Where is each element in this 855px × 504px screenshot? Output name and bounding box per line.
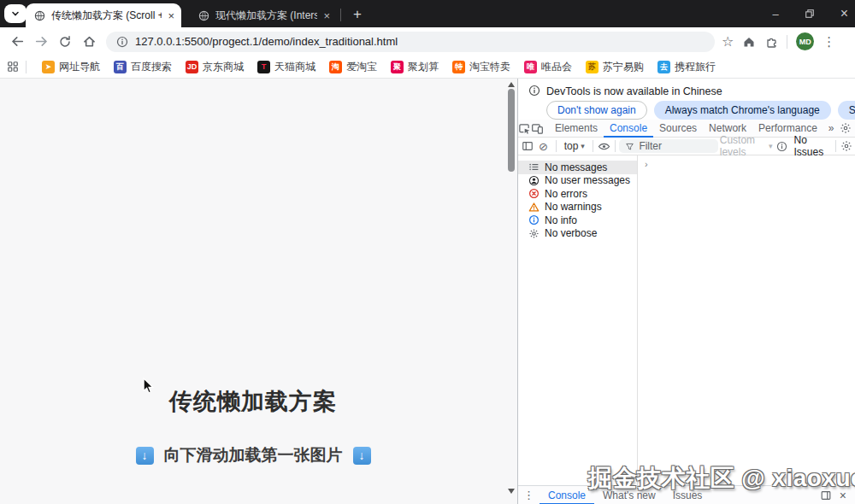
switch-language-button[interactable]: Switch DevTools to Chinese: [838, 101, 855, 120]
tab-elements[interactable]: Elements: [549, 120, 604, 138]
page-scrollbar[interactable]: [506, 79, 516, 504]
issues-counter[interactable]: No Issues: [791, 134, 832, 158]
tab-close-icon[interactable]: ×: [168, 10, 174, 21]
profile-avatar[interactable]: MD: [796, 32, 814, 50]
toolbar-divider: [787, 35, 787, 49]
eye-icon[interactable]: [598, 140, 610, 153]
sidebar-item-all-messages[interactable]: No messages: [518, 161, 637, 174]
sidebar-item-info[interactable]: No info: [518, 214, 637, 227]
extensions-icon[interactable]: [764, 35, 778, 49]
restore-button[interactable]: [805, 9, 815, 19]
tab-console[interactable]: Console: [604, 120, 653, 138]
user-icon: [528, 175, 540, 186]
apps-grid-icon[interactable]: [7, 61, 19, 73]
bookmark-suning[interactable]: 苏 苏宁易购: [579, 57, 651, 76]
caret-down-icon: ▾: [581, 142, 585, 150]
toolbar-divider: [556, 140, 557, 152]
bookmark-baidu[interactable]: 百 百度搜索: [107, 57, 179, 76]
devtools-tabbar-right: ⋮ ×: [840, 121, 855, 135]
bookmark-label: 聚划算: [408, 60, 439, 74]
tab-search-button[interactable]: [4, 4, 27, 23]
close-window-button[interactable]: ×: [840, 6, 848, 21]
bookmark-aitaobao[interactable]: 淘 爱淘宝: [322, 57, 384, 76]
page-subtitle-text: 向下滑动加载第一张图片: [164, 444, 343, 466]
dont-show-again-button[interactable]: Don't show again: [546, 101, 647, 120]
inspect-element-button[interactable]: [518, 120, 531, 137]
reload-button[interactable]: [53, 30, 77, 54]
url-text[interactable]: 127.0.0.1:5500/progect.1/demo/index_trad…: [135, 35, 398, 48]
console-settings-gear-icon[interactable]: [840, 140, 852, 152]
down-arrow-emoji: ↓: [353, 447, 371, 465]
clear-console-icon[interactable]: ⊘: [535, 140, 551, 153]
bookmark-jd[interactable]: JD 京东商城: [179, 57, 251, 76]
device-toolbar-icon: [531, 122, 544, 135]
tab-title: 现代懒加载方案 (IntersectionO: [215, 9, 317, 23]
sidebar-item-user-messages[interactable]: No user messages: [518, 174, 637, 188]
console-toolbar: ⊘ top ▾ Filter Custom levels ▾ No Issues: [518, 138, 855, 155]
globe-favicon: [34, 10, 45, 21]
bookmark-ctrip[interactable]: 去 携程旅行: [651, 57, 722, 76]
sidebar-item-verbose[interactable]: No verbose: [518, 227, 637, 241]
tab-modern-lazyload[interactable]: 现代懒加载方案 (IntersectionO ×: [190, 3, 337, 27]
reload-icon: [58, 35, 72, 49]
tab-close-icon[interactable]: ×: [323, 10, 330, 21]
infobar-buttons: Don't show again Always match Chrome's l…: [546, 101, 855, 120]
bookmark-label: 爱淘宝: [346, 60, 377, 74]
bookmark-favicon: 百: [114, 61, 127, 73]
browser-menu-icon[interactable]: ⋮: [823, 34, 835, 50]
new-tab-button[interactable]: +: [347, 4, 368, 25]
bookmark-label: 百度搜索: [131, 60, 172, 74]
bookmark-favicon: JD: [186, 61, 198, 73]
page-subtitle: ↓ 向下滑动加载第一张图片 ↓: [0, 444, 506, 466]
console-prompt-chevron: ›: [645, 159, 648, 169]
device-toolbar-button[interactable]: [531, 120, 544, 137]
more-tabs-icon[interactable]: »: [823, 122, 840, 134]
filter-funnel-icon: [625, 142, 634, 151]
scroll-up-arrow[interactable]: [508, 82, 515, 87]
toolbar-divider: [835, 140, 836, 152]
tab-sources[interactable]: Sources: [653, 120, 703, 138]
infobar-message: DevTools is now available in Chinese: [546, 85, 722, 97]
bookmark-vip[interactable]: 唯 唯品会: [517, 57, 579, 76]
settings-gear-icon[interactable]: [840, 122, 852, 134]
sidebar-item-label: No user messages: [545, 174, 630, 186]
tab-traditional-lazyload[interactable]: 传统懒加载方案 (Scroll + Thro ×: [26, 3, 181, 27]
watermark-text: 掘金技术社区 @ xiaoxue_: [588, 462, 855, 495]
match-language-button[interactable]: Always match Chrome's language: [654, 101, 831, 120]
log-levels-dropdown[interactable]: Custom levels ▾: [720, 134, 773, 158]
address-bar[interactable]: 127.0.0.1:5500/progect.1/demo/index_trad…: [106, 32, 715, 52]
site-info-icon[interactable]: [116, 36, 128, 48]
bookmark-favicon: 特: [452, 61, 465, 73]
console-output-area[interactable]: ›: [638, 155, 855, 485]
navigation-toolbar: 127.0.0.1:5500/progect.1/demo/index_trad…: [0, 27, 855, 56]
bookmark-label: 淘宝特卖: [469, 60, 510, 74]
bookmark-tmall[interactable]: T 天猫商城: [251, 57, 322, 76]
scroll-down-arrow[interactable]: [508, 489, 515, 494]
scrollbar-thumb[interactable]: [508, 89, 515, 172]
side-panel-home-icon[interactable]: [742, 35, 756, 49]
page-viewport: 传统懒加载方案 ↓ 向下滑动加载第一张图片 ↓: [0, 79, 517, 504]
drawer-menu-icon[interactable]: ⋮: [518, 489, 540, 501]
bookmark-label: 唯品会: [541, 60, 572, 74]
sidebar-item-errors[interactable]: No errors: [518, 187, 637, 201]
bookmark-favicon: 苏: [586, 61, 598, 73]
console-filter-input[interactable]: Filter: [619, 139, 717, 153]
console-sidebar-toggle-icon[interactable]: [522, 140, 534, 152]
back-button[interactable]: [5, 30, 29, 54]
caret-down-icon: ▾: [769, 142, 773, 150]
bookmark-taobaotemai[interactable]: 特 淘宝特卖: [445, 57, 517, 76]
forward-button[interactable]: [29, 30, 53, 54]
sidebar-item-warnings[interactable]: No warnings: [518, 201, 637, 214]
bookmark-juhuasuan[interactable]: 聚 聚划算: [384, 57, 445, 76]
minimize-button[interactable]: –: [772, 8, 778, 21]
browser-window: 传统懒加载方案 (Scroll + Thro × 现代懒加载方案 (Inters…: [0, 0, 855, 504]
bookmark-wangzhidaohang[interactable]: ➤ 网址导航: [35, 57, 107, 76]
home-button[interactable]: [77, 30, 101, 54]
bookmark-star-icon[interactable]: ☆: [722, 35, 734, 49]
issues-info-icon: [776, 141, 787, 152]
drawer-tab-console[interactable]: Console: [540, 486, 594, 504]
inspect-icon: [518, 122, 531, 135]
context-selector[interactable]: top ▾: [561, 140, 588, 152]
bookmark-label: 苏宁易购: [603, 60, 644, 74]
forward-icon: [34, 34, 49, 49]
